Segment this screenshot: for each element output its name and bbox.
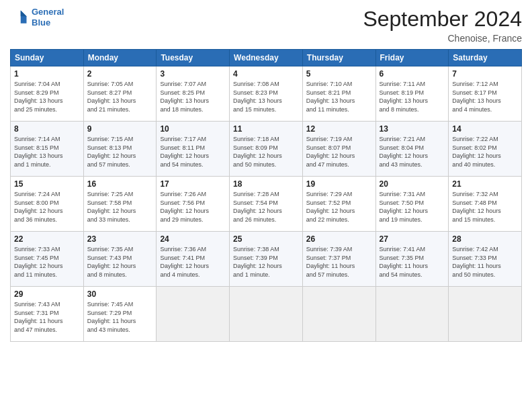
calendar-cell: 17Sunrise: 7:26 AM Sunset: 7:56 PM Dayli…	[157, 177, 230, 232]
calendar-cell: 21Sunrise: 7:32 AM Sunset: 7:48 PM Dayli…	[449, 177, 522, 232]
col-tuesday: Tuesday	[157, 50, 230, 66]
day-number: 11	[233, 124, 299, 134]
calendar-cell	[230, 287, 303, 342]
calendar-cell: 13Sunrise: 7:21 AM Sunset: 8:04 PM Dayli…	[375, 122, 449, 177]
day-info: Sunrise: 7:11 AM Sunset: 8:19 PM Dayligh…	[380, 80, 445, 113]
calendar-week-row: 8Sunrise: 7:14 AM Sunset: 8:15 PM Daylig…	[11, 122, 522, 177]
logo-icon	[10, 8, 29, 27]
day-info: Sunrise: 7:25 AM Sunset: 7:58 PM Dayligh…	[87, 190, 153, 224]
calendar-cell: 5Sunrise: 7:10 AM Sunset: 8:21 PM Daylig…	[302, 66, 375, 122]
calendar-week-row: 22Sunrise: 7:33 AM Sunset: 7:45 PM Dayli…	[11, 232, 522, 287]
day-info: Sunrise: 7:07 AM Sunset: 8:25 PM Dayligh…	[160, 80, 226, 113]
calendar-cell: 28Sunrise: 7:42 AM Sunset: 7:33 PM Dayli…	[449, 232, 522, 287]
day-number: 30	[87, 289, 153, 299]
day-info: Sunrise: 7:32 AM Sunset: 7:48 PM Dayligh…	[452, 190, 518, 224]
day-info: Sunrise: 7:21 AM Sunset: 8:04 PM Dayligh…	[380, 135, 445, 169]
day-number: 21	[452, 179, 518, 189]
day-number: 5	[306, 69, 372, 79]
col-friday: Friday	[375, 50, 449, 66]
day-info: Sunrise: 7:04 AM Sunset: 8:29 PM Dayligh…	[14, 80, 80, 113]
day-number: 4	[233, 69, 299, 79]
calendar-cell: 24Sunrise: 7:36 AM Sunset: 7:41 PM Dayli…	[157, 232, 230, 287]
day-number: 8	[14, 124, 80, 134]
calendar-cell: 7Sunrise: 7:12 AM Sunset: 8:17 PM Daylig…	[449, 66, 522, 122]
day-info: Sunrise: 7:17 AM Sunset: 8:11 PM Dayligh…	[160, 135, 226, 169]
calendar-cell: 30Sunrise: 7:45 AM Sunset: 7:29 PM Dayli…	[83, 287, 157, 342]
calendar-cell	[302, 287, 375, 342]
day-number: 3	[160, 69, 226, 79]
day-number: 2	[87, 69, 153, 79]
day-info: Sunrise: 7:29 AM Sunset: 7:52 PM Dayligh…	[306, 190, 372, 224]
day-info: Sunrise: 7:33 AM Sunset: 7:45 PM Dayligh…	[14, 245, 80, 279]
day-info: Sunrise: 7:08 AM Sunset: 8:23 PM Dayligh…	[233, 80, 299, 113]
logo: General Blue	[10, 7, 64, 28]
day-number: 16	[87, 179, 153, 189]
calendar-cell: 27Sunrise: 7:41 AM Sunset: 7:35 PM Dayli…	[375, 232, 449, 287]
calendar-cell: 4Sunrise: 7:08 AM Sunset: 8:23 PM Daylig…	[230, 66, 303, 122]
day-number: 13	[380, 124, 445, 134]
day-number: 23	[87, 234, 153, 244]
day-number: 28	[452, 234, 518, 244]
day-info: Sunrise: 7:38 AM Sunset: 7:39 PM Dayligh…	[233, 245, 299, 279]
day-info: Sunrise: 7:35 AM Sunset: 7:43 PM Dayligh…	[87, 245, 153, 279]
day-number: 1	[14, 69, 80, 79]
calendar-cell: 12Sunrise: 7:19 AM Sunset: 8:07 PM Dayli…	[302, 122, 375, 177]
col-sunday: Sunday	[11, 50, 84, 66]
day-info: Sunrise: 7:15 AM Sunset: 8:13 PM Dayligh…	[87, 135, 153, 169]
day-info: Sunrise: 7:14 AM Sunset: 8:15 PM Dayligh…	[14, 135, 80, 169]
day-info: Sunrise: 7:31 AM Sunset: 7:50 PM Dayligh…	[380, 190, 445, 224]
day-info: Sunrise: 7:18 AM Sunset: 8:09 PM Dayligh…	[233, 135, 299, 169]
calendar-cell: 18Sunrise: 7:28 AM Sunset: 7:54 PM Dayli…	[230, 177, 303, 232]
day-number: 10	[160, 124, 226, 134]
calendar-cell	[375, 287, 449, 342]
day-number: 9	[87, 124, 153, 134]
day-number: 6	[380, 69, 445, 79]
day-info: Sunrise: 7:26 AM Sunset: 7:56 PM Dayligh…	[160, 190, 226, 224]
day-info: Sunrise: 7:05 AM Sunset: 8:27 PM Dayligh…	[87, 80, 153, 113]
calendar-cell: 11Sunrise: 7:18 AM Sunset: 8:09 PM Dayli…	[230, 122, 303, 177]
calendar-cell: 9Sunrise: 7:15 AM Sunset: 8:13 PM Daylig…	[83, 122, 157, 177]
day-number: 24	[160, 234, 226, 244]
calendar-cell: 22Sunrise: 7:33 AM Sunset: 7:45 PM Dayli…	[11, 232, 84, 287]
day-info: Sunrise: 7:12 AM Sunset: 8:17 PM Dayligh…	[452, 80, 518, 113]
day-number: 27	[380, 234, 445, 244]
day-info: Sunrise: 7:36 AM Sunset: 7:41 PM Dayligh…	[160, 245, 226, 279]
calendar-cell	[449, 287, 522, 342]
header-row: Sunday Monday Tuesday Wednesday Thursday…	[11, 50, 522, 66]
calendar-cell: 1Sunrise: 7:04 AM Sunset: 8:29 PM Daylig…	[11, 66, 84, 122]
calendar-cell: 20Sunrise: 7:31 AM Sunset: 7:50 PM Dayli…	[375, 177, 449, 232]
month-title: September 2024	[363, 7, 522, 32]
calendar-week-row: 1Sunrise: 7:04 AM Sunset: 8:29 PM Daylig…	[11, 66, 522, 122]
calendar-cell: 25Sunrise: 7:38 AM Sunset: 7:39 PM Dayli…	[230, 232, 303, 287]
day-info: Sunrise: 7:19 AM Sunset: 8:07 PM Dayligh…	[306, 135, 372, 169]
title-area: September 2024 Chenoise, France	[363, 7, 522, 44]
col-wednesday: Wednesday	[230, 50, 303, 66]
day-number: 29	[14, 289, 80, 299]
header: General Blue September 2024 Chenoise, Fr…	[10, 7, 522, 44]
day-info: Sunrise: 7:43 AM Sunset: 7:31 PM Dayligh…	[14, 300, 80, 334]
logo-text: General Blue	[32, 7, 64, 28]
calendar-table: Sunday Monday Tuesday Wednesday Thursday…	[10, 49, 522, 342]
calendar-cell: 14Sunrise: 7:22 AM Sunset: 8:02 PM Dayli…	[449, 122, 522, 177]
day-info: Sunrise: 7:45 AM Sunset: 7:29 PM Dayligh…	[87, 300, 153, 334]
day-info: Sunrise: 7:24 AM Sunset: 8:00 PM Dayligh…	[14, 190, 80, 224]
calendar-cell: 16Sunrise: 7:25 AM Sunset: 7:58 PM Dayli…	[83, 177, 157, 232]
calendar-cell	[157, 287, 230, 342]
calendar-page: General Blue September 2024 Chenoise, Fr…	[0, 0, 532, 411]
day-info: Sunrise: 7:39 AM Sunset: 7:37 PM Dayligh…	[306, 245, 372, 279]
calendar-cell: 3Sunrise: 7:07 AM Sunset: 8:25 PM Daylig…	[157, 66, 230, 122]
calendar-cell: 2Sunrise: 7:05 AM Sunset: 8:27 PM Daylig…	[83, 66, 157, 122]
calendar-cell: 6Sunrise: 7:11 AM Sunset: 8:19 PM Daylig…	[375, 66, 449, 122]
day-number: 12	[306, 124, 372, 134]
col-monday: Monday	[83, 50, 157, 66]
day-number: 26	[306, 234, 372, 244]
day-number: 7	[452, 69, 518, 79]
calendar-cell: 29Sunrise: 7:43 AM Sunset: 7:31 PM Dayli…	[11, 287, 84, 342]
day-number: 14	[452, 124, 518, 134]
location: Chenoise, France	[363, 33, 522, 44]
logo-line2: Blue	[32, 17, 64, 28]
day-number: 22	[14, 234, 80, 244]
day-info: Sunrise: 7:42 AM Sunset: 7:33 PM Dayligh…	[452, 245, 518, 279]
day-number: 17	[160, 179, 226, 189]
col-saturday: Saturday	[449, 50, 522, 66]
